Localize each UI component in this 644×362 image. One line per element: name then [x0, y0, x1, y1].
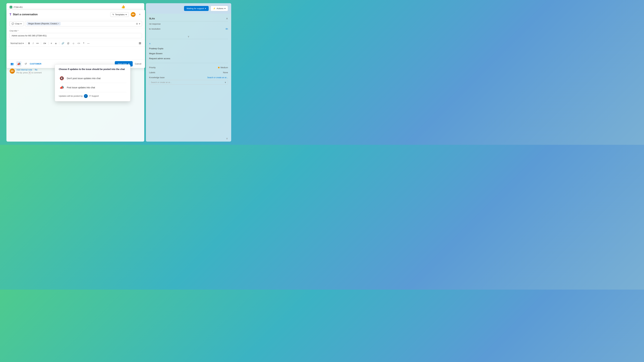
sla-title: SLAs: [149, 17, 155, 20]
post-updates-option[interactable]: 📣 Post issue updates into chat: [59, 83, 126, 92]
kb-label: Knowledge base: [149, 76, 164, 79]
cancel-button[interactable]: Cancel: [134, 61, 142, 66]
properties-section: Priority Medium Labels None Knowledge ba…: [149, 63, 228, 85]
text-color-button[interactable]: A▾: [42, 41, 47, 45]
recipient-tag: Megan Bowen (Reporter, Creator) ×: [27, 22, 60, 25]
mention-button[interactable]: @: [66, 41, 70, 45]
time-value: 8h: [226, 28, 228, 30]
kb-row: Knowledge base Search or create an ar...: [149, 75, 228, 80]
recipient-name: Megan Bowen (Reporter, Creator): [28, 22, 57, 25]
footer-service: IT Support: [89, 95, 99, 97]
expand-chat-icon[interactable]: ∧: [149, 42, 151, 45]
assignee-name-1: Pradeep Gupta: [149, 47, 163, 50]
conv-toolbar: 💬 Chat ▾ Megan Bowen (Reporter, Creator)…: [6, 19, 145, 28]
reply-link[interactable]: Re: [35, 68, 38, 71]
editor-sep-4: [59, 42, 59, 45]
bold-button[interactable]: B: [27, 41, 31, 45]
activity-avatar: MB: [10, 68, 15, 74]
more-options-icon[interactable]: •••: [134, 5, 137, 8]
sla-header: SLAs ∧: [149, 15, 228, 21]
labels-label: Labels: [149, 71, 155, 74]
post-updates-dropdown: Choose if updates to the issue should be…: [55, 64, 130, 101]
templates-icon: ✎: [112, 13, 114, 16]
recipient-remove-btn[interactable]: ×: [58, 22, 59, 25]
image-button[interactable]: 🖼: [138, 41, 142, 45]
sla-collapse-icon[interactable]: ∧: [226, 17, 228, 20]
right-header: Waiting for support ▾ ⚡ Actions ▾: [146, 3, 231, 14]
labels-value: None: [223, 71, 228, 74]
chat-title-label: Chat title *: [10, 30, 142, 32]
kb-placeholder[interactable]: Search or create an ar...: [207, 76, 228, 79]
chat-title-section: Chat title *: [6, 28, 145, 40]
expand-icon[interactable]: ∨: [188, 35, 190, 38]
add-people-btn[interactable]: 👥: [10, 61, 15, 66]
code-button[interactable]: <>: [76, 41, 81, 45]
bullet-list-button[interactable]: ≡: [50, 41, 53, 45]
link-button[interactable]: 🔗: [60, 41, 65, 45]
status-label: Waiting for support: [186, 7, 204, 10]
activity-sep: /: [33, 68, 34, 71]
post-updates-label: Post issue updates into chat: [67, 86, 95, 89]
recipient-field[interactable]: Megan Bowen (Reporter, Creator) × ⊗ ▾: [25, 21, 142, 26]
summary-row: Request admin access: [149, 56, 228, 61]
kb-search-placeholder: Search or create an ar...: [151, 81, 172, 83]
scroll-down-btn[interactable]: ∨: [226, 137, 228, 140]
footer-left: 👥 📣 ↺ CUSTOMER: [10, 61, 42, 66]
thumbsup-icon[interactable]: 👍: [121, 5, 125, 8]
footer-prefix: Updates will be posted by: [59, 95, 82, 97]
dash-button[interactable]: —: [86, 41, 90, 45]
close-window-icon[interactable]: ✕: [140, 4, 143, 9]
it-support-icon: IT: [84, 94, 88, 98]
dont-post-option[interactable]: 🔇 Don't post issue updates into chat: [59, 74, 126, 83]
priority-label: Priority: [149, 66, 156, 69]
status-row: Waiting for support ▾ ⚡ Actions ▾: [149, 6, 228, 11]
sla-section: SLAs ∧ rst response to resolution 8h: [149, 15, 228, 31]
post-updates-btn[interactable]: 📣: [16, 61, 22, 66]
share-icon[interactable]: ↗: [128, 5, 131, 8]
text-format-button[interactable]: Normal text ▾: [10, 41, 25, 45]
numbered-list-button[interactable]: ≣: [54, 41, 58, 45]
itsm-icon: ■: [10, 6, 12, 8]
mute-icon: 🔇: [59, 75, 64, 81]
assignees-header: ∧: [149, 41, 228, 46]
quote-button[interactable]: ❝: [82, 41, 85, 45]
assignee-name-2: Megan Bowen: [149, 52, 162, 55]
summary-value: Request admin access: [149, 57, 170, 60]
italic-button[interactable]: I: [32, 41, 34, 45]
user-avatar-conv: MB: [131, 12, 136, 17]
editor-right: 🖼: [138, 41, 142, 45]
more-format-button[interactable]: •••: [36, 41, 40, 45]
format-chevron: ▾: [22, 42, 24, 44]
templates-button[interactable]: ✎ Templates ▾: [110, 12, 129, 17]
first-response-row: rst response: [149, 21, 228, 26]
editor-area[interactable]: [6, 47, 145, 59]
waiting-for-support-button[interactable]: Waiting for support ▾: [184, 6, 209, 11]
dropdown-title: Choose if updates to the issue should be…: [59, 68, 126, 71]
conv-title-row: T Start a conversation: [10, 13, 38, 16]
chat-select-button[interactable]: 💬 Chat ▾: [10, 21, 24, 26]
conv-title: Start a conversation: [13, 13, 38, 16]
emoji-button[interactable]: ☺: [71, 41, 76, 45]
refresh-btn[interactable]: ↺: [23, 61, 28, 66]
clear-recipients-btn[interactable]: ⊗: [136, 22, 138, 25]
kb-chevron[interactable]: ∨: [224, 81, 226, 83]
dont-post-label: Don't post issue updates into chat: [67, 77, 100, 80]
eye-icon[interactable]: 👁: [115, 5, 118, 8]
recipients-chevron[interactable]: ▾: [139, 22, 140, 25]
actions-button[interactable]: ⚡ Actions ▾: [210, 6, 228, 11]
chat-title-input[interactable]: [10, 33, 142, 38]
pro-tip-key: M: [28, 71, 31, 74]
chat-icon: 💬: [12, 22, 14, 25]
status-chevron: ▾: [205, 7, 206, 10]
priority-row: Priority Medium: [149, 65, 228, 70]
first-response-label: rst response: [149, 23, 161, 25]
priority-value: Medium: [220, 66, 228, 69]
add-note-link[interactable]: Add internal note: [16, 68, 32, 71]
editor-sep-3: [48, 42, 48, 45]
lightning-icon: ⚡: [213, 7, 216, 10]
megaphone-icon: 📣: [59, 85, 64, 90]
kb-search-row[interactable]: Search or create an ar... ∨: [149, 80, 228, 85]
conv-close-button[interactable]: ×: [138, 12, 142, 17]
assignees-section: ∧ Pradeep Gupta Megan Bowen Request admi…: [149, 39, 228, 63]
assignee-pradeep: Pradeep Gupta: [149, 46, 228, 51]
